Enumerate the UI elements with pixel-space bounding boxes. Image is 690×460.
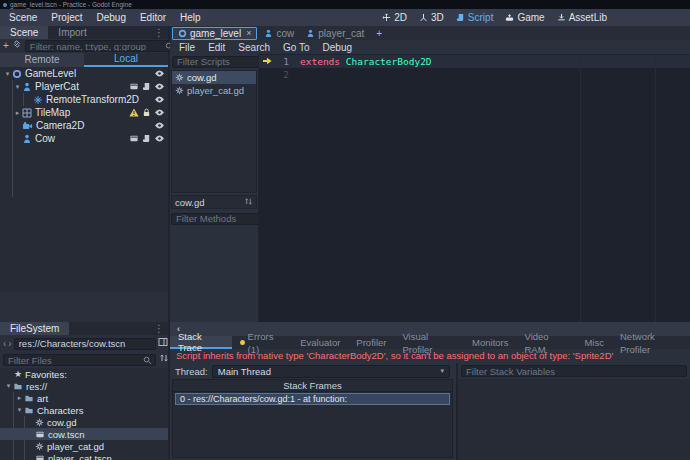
expand-icon[interactable]: ▸ — [15, 394, 24, 402]
fs-row-cow-gd[interactable]: cow.gd — [0, 416, 168, 428]
sort-methods-icon[interactable] — [244, 197, 253, 208]
add-node-button[interactable]: + — [3, 39, 9, 53]
current-path-field[interactable] — [18, 339, 152, 349]
workspace-3d-button[interactable]: 3D — [419, 12, 444, 23]
fs-row-res[interactable]: ▾ res:// — [0, 380, 168, 392]
character-body-icon — [22, 82, 32, 92]
menu-editor[interactable]: Editor — [140, 12, 166, 23]
split-view-icon[interactable] — [158, 337, 168, 351]
eye-icon[interactable] — [154, 121, 165, 130]
eye-icon[interactable] — [154, 82, 165, 91]
menu-project[interactable]: Project — [51, 12, 82, 23]
scene-file-icon — [35, 430, 45, 439]
tab-misc[interactable]: Misc — [576, 336, 612, 349]
thread-dropdown[interactable]: Main Thread ▾ — [212, 365, 450, 378]
tree-row-cow[interactable]: Cow — [0, 132, 168, 145]
gdscript-icon — [35, 418, 44, 427]
line-number[interactable]: 1 — [275, 56, 289, 67]
expand-icon[interactable]: ▸ — [13, 109, 22, 117]
tab-network-profiler[interactable]: Network Profiler — [612, 336, 690, 349]
move-arrows-icon — [382, 13, 391, 22]
scene-tab-player-cat[interactable]: player_cat — [301, 27, 369, 40]
scene-tab-cow[interactable]: cow — [259, 27, 299, 40]
tree-row-gamelevel[interactable]: ▾ GameLevel — [0, 67, 168, 80]
script-item-cow[interactable]: cow.gd — [172, 71, 256, 84]
fs-row-characters[interactable]: ▾ Characters — [0, 404, 168, 416]
menu-help[interactable]: Help — [180, 12, 201, 23]
stack-frame-row[interactable]: 0 - res://Characters/cow.gd:1 - at funct… — [175, 393, 450, 405]
warning-icon[interactable] — [129, 108, 139, 117]
script-menu-search[interactable]: Search — [238, 42, 270, 53]
workspace-assetlib-button[interactable]: AssetLib — [557, 12, 607, 23]
attached-script-icon[interactable] — [142, 134, 151, 143]
fs-row-player-cat-gd[interactable]: player_cat.gd — [0, 440, 168, 452]
scene-file-icon — [35, 454, 45, 460]
nav-back-icon[interactable]: ‹ — [3, 338, 6, 349]
filter-stack-variables-input[interactable] — [465, 366, 683, 376]
tab-import-dock[interactable]: Import — [48, 26, 96, 39]
tree-row-camera2d[interactable]: Camera2D — [0, 119, 168, 132]
code-editor[interactable]: 1 2 extends CharacterBody2D — [259, 54, 690, 322]
scene-tab-game-level[interactable]: game_level × — [172, 27, 257, 40]
fs-row-player-cat-tscn[interactable]: player_cat.tscn — [0, 452, 168, 460]
collapse-icon[interactable]: ▾ — [4, 382, 13, 390]
debugger-panel: Stack Trace Errors (1) Evaluator Profile… — [170, 336, 690, 460]
dock-menu-icon[interactable]: ⋮ — [150, 322, 168, 335]
script-editor-menubar: File Edit Search Go To Debug — [170, 40, 690, 54]
tree-row-playercat[interactable]: ▾ PlayerCat — [0, 80, 168, 93]
tab-remote[interactable]: Remote — [0, 53, 84, 67]
open-scene-icon[interactable] — [129, 134, 139, 143]
dock-menu-icon[interactable]: ⋮ — [150, 26, 168, 39]
filter-files-input[interactable] — [7, 355, 141, 365]
fs-row-cow-tscn[interactable]: cow.tscn — [0, 428, 168, 440]
tab-monitors[interactable]: Monitors — [464, 336, 516, 349]
keyword-token: extends — [300, 56, 340, 67]
character-body-icon — [306, 29, 315, 38]
tab-filesystem[interactable]: FileSystem — [0, 322, 69, 335]
eye-icon[interactable] — [154, 95, 165, 104]
menu-scene[interactable]: Scene — [9, 12, 37, 23]
left-dock: Scene Import ⋮ + ⋮ Remote Local ▾ — [0, 26, 168, 460]
close-tab-icon[interactable]: × — [246, 28, 251, 38]
nav-forward-icon[interactable]: › — [8, 338, 11, 349]
script-menu-goto[interactable]: Go To — [283, 42, 310, 53]
collapse-icon[interactable]: ▾ — [13, 83, 22, 91]
tab-local[interactable]: Local — [84, 53, 168, 67]
lock-icon[interactable] — [142, 108, 151, 117]
add-scene-tab-button[interactable]: + — [371, 28, 387, 39]
collapse-icon[interactable]: ▾ — [15, 406, 24, 414]
line-length-guide — [655, 54, 656, 322]
script-menu-debug[interactable]: Debug — [323, 42, 352, 53]
eye-icon[interactable] — [154, 69, 165, 78]
filter-files-box — [3, 354, 156, 366]
tab-evaluator[interactable]: Evaluator — [292, 336, 348, 349]
workspace-script-button[interactable]: Script — [456, 12, 494, 23]
tab-profiler[interactable]: Profiler — [348, 336, 394, 349]
collapse-icon[interactable]: ▾ — [3, 70, 12, 78]
eye-icon[interactable] — [154, 108, 165, 117]
script-menu-file[interactable]: File — [179, 42, 195, 53]
menu-debug[interactable]: Debug — [96, 12, 125, 23]
tab-stack-trace[interactable]: Stack Trace — [170, 336, 232, 349]
gdscript-icon — [175, 86, 184, 95]
scene-filter-input[interactable] — [29, 41, 163, 51]
eye-icon[interactable] — [154, 134, 165, 143]
filesystem-tree: ★ Favorites: ▾ res:// ▸ art ▾ Characters — [0, 368, 168, 460]
workspace-game-button[interactable]: Game — [505, 12, 544, 23]
instance-scene-button[interactable] — [12, 39, 22, 53]
tab-visual-profiler[interactable]: Visual Profiler — [394, 336, 464, 349]
attached-script-icon[interactable] — [142, 82, 151, 91]
line-number[interactable]: 2 — [275, 69, 289, 80]
tab-errors[interactable]: Errors (1) — [232, 336, 292, 349]
script-menu-edit[interactable]: Edit — [208, 42, 225, 53]
tree-row-tilemap[interactable]: ▸ TileMap — [0, 106, 168, 119]
tree-row-remotetransform2d[interactable]: RemoteTransform2D — [0, 93, 168, 106]
open-scene-icon[interactable] — [129, 82, 139, 91]
fs-row-favorites[interactable]: ★ Favorites: — [0, 368, 168, 380]
sort-files-icon[interactable] — [159, 353, 169, 367]
tab-scene-dock[interactable]: Scene — [0, 26, 48, 39]
workspace-2d-button[interactable]: 2D — [382, 12, 407, 23]
tab-video-ram[interactable]: Video RAM — [517, 336, 577, 349]
script-item-player-cat[interactable]: player_cat.gd — [172, 84, 256, 97]
fs-row-art[interactable]: ▸ art — [0, 392, 168, 404]
